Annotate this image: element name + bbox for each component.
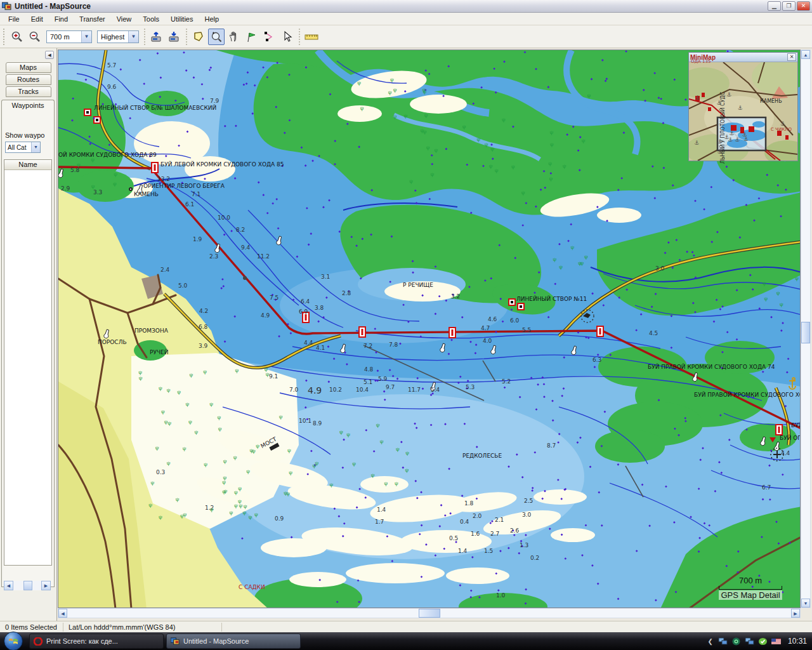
restore-button[interactable]: ❐ [782, 1, 796, 11]
toolbar-separator [144, 29, 145, 45]
scroll-down-icon[interactable]: ▼ [801, 599, 810, 607]
hand-icon [228, 30, 240, 43]
antivirus-shield-icon[interactable] [758, 637, 768, 646]
scale-text: 700 m [719, 576, 782, 585]
map-vertical-scrollbar[interactable]: ▲ ▼ [801, 50, 811, 608]
network-icon[interactable] [718, 637, 728, 646]
windows-flag-icon [8, 637, 18, 646]
map-scale-select[interactable]: 700 m ▼ [46, 30, 92, 43]
send-to-device-button[interactable] [148, 29, 165, 45]
map-detail-select[interactable]: Highest ▼ [97, 30, 139, 43]
close-button[interactable]: ✕ [797, 1, 810, 11]
chevron-down-icon: ▼ [31, 142, 40, 152]
sidebar-tab[interactable]: Tracks [6, 86, 51, 97]
webcam-icon[interactable] [731, 637, 741, 646]
cursor-arrow-icon [281, 30, 294, 43]
scroll-thumb[interactable] [419, 609, 440, 618]
flag-icon [246, 30, 258, 43]
panel-collapse-button[interactable]: ◀ [45, 51, 54, 59]
zoom-tool-button[interactable] [208, 29, 225, 45]
minimize-button[interactable]: ▁ [768, 1, 781, 11]
sidebar-scrollbar[interactable]: ◀ ▶ [4, 581, 51, 590]
left-panel: ◀ MapsRoutesTracks Waypoints Show waypo … [0, 48, 57, 621]
selection-tool-button[interactable] [279, 29, 296, 45]
task-label: Print Screen: как сде... [46, 637, 118, 645]
toolbar-separator [186, 29, 187, 45]
menu-transfer[interactable]: Transfer [74, 14, 111, 24]
minimap-panel: MiniMap ✕ [688, 52, 798, 161]
toolbar-separator [299, 29, 300, 45]
taskbar: Print Screen: как сде... Untitled - MapS… [0, 632, 812, 650]
system-tray: ❮ 10:31 [708, 637, 812, 646]
scale-bar [719, 586, 782, 590]
position-format-status: Lat/Lon hddd°mm.mmm'(WGS 84) [63, 623, 222, 632]
waypoint-tool-button[interactable] [244, 29, 260, 45]
map-scale-box: 700 m GPS Map Detail [719, 576, 782, 600]
route-icon [263, 30, 276, 43]
app-icon [2, 2, 12, 11]
scroll-up-icon[interactable]: ▲ [801, 50, 810, 59]
route-tool-button[interactable] [261, 29, 278, 45]
sidebar-tab[interactable]: Routes [6, 74, 51, 85]
opera-icon [34, 637, 43, 646]
scroll-thumb[interactable] [23, 581, 32, 590]
tray-expand-icon[interactable]: ❮ [708, 638, 713, 645]
receive-from-device-button[interactable] [166, 29, 183, 45]
menu-utilities[interactable]: Utilities [165, 14, 199, 24]
task-mapsource[interactable]: Untitled - MapSource [166, 633, 301, 649]
task-print-screen[interactable]: Print Screen: как сде... [29, 633, 164, 649]
zoom-out-icon [29, 30, 41, 43]
tab-waypoints[interactable]: Waypoints [1, 100, 55, 111]
minimap-graphic [689, 62, 797, 161]
zoom-in-icon [11, 30, 23, 43]
polygon-select-icon [192, 30, 205, 43]
menu-tools[interactable]: Tools [137, 14, 165, 24]
menu-file[interactable]: File [3, 14, 25, 24]
chevron-down-icon: ▼ [81, 31, 91, 43]
chevron-down-icon: ▼ [128, 31, 138, 43]
zoom-in-button[interactable] [9, 29, 25, 45]
menu-view[interactable]: View [111, 14, 138, 24]
network-icon[interactable] [745, 637, 754, 646]
taskbar-clock: 10:31 [788, 637, 807, 646]
zoom-out-button[interactable] [27, 29, 43, 45]
waypoint-category-value: All Cat [6, 144, 31, 151]
gps-map-detail-label: GPS Map Detail [719, 590, 782, 600]
scroll-left-icon[interactable]: ◀ [4, 581, 13, 590]
receive-from-device-icon [168, 30, 181, 43]
scroll-right-icon[interactable]: ▶ [41, 581, 51, 590]
language-flag-icon[interactable] [771, 637, 781, 646]
scroll-left-icon[interactable]: ◀ [58, 609, 67, 618]
measure-tool-button[interactable] [303, 29, 320, 45]
status-bar: 0 Items Selected Lat/Lon hddd°mm.mmm'(WG… [0, 621, 812, 632]
waypoints-panel: Show waypo All Cat ▼ Name [1, 111, 55, 587]
menu-help[interactable]: Help [199, 14, 225, 24]
name-column-header[interactable]: Name [4, 160, 51, 170]
waypoint-category-select[interactable]: All Cat ▼ [5, 142, 41, 153]
start-button[interactable] [3, 633, 24, 649]
sidebar-tab[interactable]: Maps [6, 62, 51, 73]
toolbar-grip [3, 29, 6, 45]
waypoint-list[interactable]: Name [4, 159, 52, 566]
ruler-icon [304, 30, 318, 43]
map-detail-value: Highest [98, 33, 128, 41]
map-horizontal-scrollbar[interactable]: ◀ ▶ [58, 608, 801, 618]
pan-tool-button[interactable] [226, 29, 242, 45]
mapsource-window: Untitled - MapSource ▁ ❐ ✕ File Edit Fin… [0, 0, 812, 650]
minimap-close-icon[interactable]: ✕ [787, 53, 796, 61]
minimap-titlebar[interactable]: MiniMap ✕ [689, 53, 797, 62]
scroll-thumb[interactable] [801, 322, 810, 343]
map-scale-value: 700 m [47, 33, 81, 41]
menu-find[interactable]: Find [49, 14, 74, 24]
task-label: Untitled - MapSource [183, 637, 249, 645]
status-spacer [222, 623, 812, 632]
menu-edit[interactable]: Edit [25, 14, 49, 24]
zoom-tool-icon [210, 30, 223, 43]
map-select-tool-button[interactable] [190, 29, 207, 45]
mapsource-icon [171, 637, 180, 646]
minimap-title: MiniMap [690, 54, 787, 61]
menu-bar: File Edit Find Transfer View Tools Utili… [0, 13, 812, 25]
scroll-right-icon[interactable]: ▶ [791, 609, 800, 618]
window-title: Untitled - MapSource [15, 2, 766, 11]
title-bar: Untitled - MapSource ▁ ❐ ✕ [0, 0, 812, 13]
